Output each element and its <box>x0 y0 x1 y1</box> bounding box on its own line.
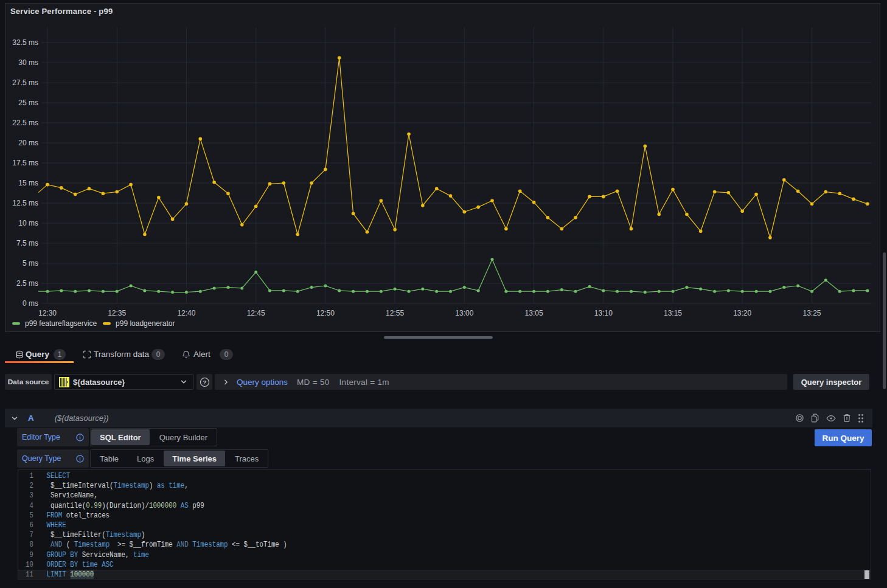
svg-text:13:05: 13:05 <box>525 309 543 317</box>
svg-text:12:40: 12:40 <box>177 309 195 317</box>
svg-text:12.5 ms: 12.5 ms <box>12 199 38 207</box>
svg-text:5 ms: 5 ms <box>23 259 38 268</box>
svg-text:0 ms: 0 ms <box>23 299 38 308</box>
svg-text:13:00: 13:00 <box>455 309 473 317</box>
svg-text:12:30: 12:30 <box>38 309 57 317</box>
svg-text:12:35: 12:35 <box>108 309 126 317</box>
svg-text:10 ms: 10 ms <box>18 219 38 227</box>
svg-text:17.5 ms: 17.5 ms <box>12 159 38 167</box>
svg-text:12:50: 12:50 <box>316 309 335 317</box>
svg-text:13:20: 13:20 <box>733 309 751 317</box>
svg-text:13:10: 13:10 <box>594 309 613 317</box>
svg-text:13:15: 13:15 <box>664 309 682 317</box>
svg-text:?: ? <box>203 379 206 386</box>
svg-text:22.5 ms: 22.5 ms <box>12 119 38 127</box>
svg-text:12:55: 12:55 <box>386 309 404 317</box>
svg-text:13:25: 13:25 <box>802 309 821 317</box>
svg-text:27.5 ms: 27.5 ms <box>12 78 38 87</box>
svg-text:15 ms: 15 ms <box>18 179 38 187</box>
svg-text:20 ms: 20 ms <box>18 139 38 147</box>
svg-text:30 ms: 30 ms <box>18 58 38 67</box>
svg-text:2.5 ms: 2.5 ms <box>16 279 38 288</box>
svg-text:7.5 ms: 7.5 ms <box>16 239 38 247</box>
svg-text:12:45: 12:45 <box>247 309 265 317</box>
svg-text:32.5 ms: 32.5 ms <box>12 38 38 47</box>
svg-text:25 ms: 25 ms <box>18 99 38 107</box>
